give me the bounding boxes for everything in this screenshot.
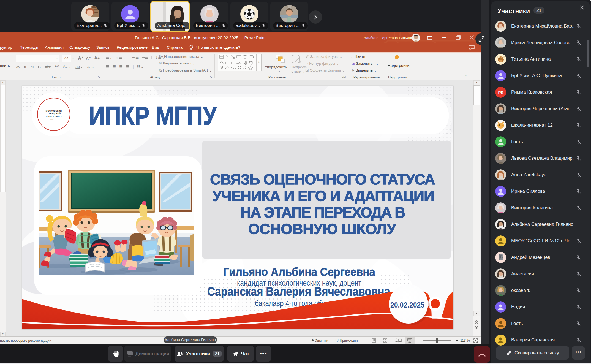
svg-text:СВЯЗЬ ОЦЕНОЧНОГО СТАТУСА: СВЯЗЬ ОЦЕНОЧНОГО СТАТУСА xyxy=(210,171,435,188)
svg-text:20.02.2025: 20.02.2025 xyxy=(390,301,424,309)
svg-text:УНИВЕРСИТЕТ: УНИВЕРСИТЕТ xyxy=(45,115,62,118)
svg-text:МГПУ: МГПУ xyxy=(50,118,57,120)
svg-text:МОСКОВСКИЙ: МОСКОВСКИЙ xyxy=(46,110,62,112)
svg-text:ИПКР МГПУ: ИПКР МГПУ xyxy=(89,101,217,130)
svg-text:ГОРОДСКОЙ: ГОРОДСКОЙ xyxy=(47,112,61,115)
svg-text:НА ЭТАПЕ ПЕРЕХОДА В: НА ЭТАПЕ ПЕРЕХОДА В xyxy=(240,204,405,221)
svg-text:Гильяно Альбина Сергеевна: Гильяно Альбина Сергеевна xyxy=(223,265,375,278)
svg-text:УЧЕНИКА И ЕГО И АДАПТАЦИИ: УЧЕНИКА И ЕГО И АДАПТАЦИИ xyxy=(213,188,435,204)
svg-text:ОСНОВНУЮ ШКОЛУ: ОСНОВНУЮ ШКОЛУ xyxy=(248,221,396,237)
svg-text:РК: РК xyxy=(498,90,503,95)
